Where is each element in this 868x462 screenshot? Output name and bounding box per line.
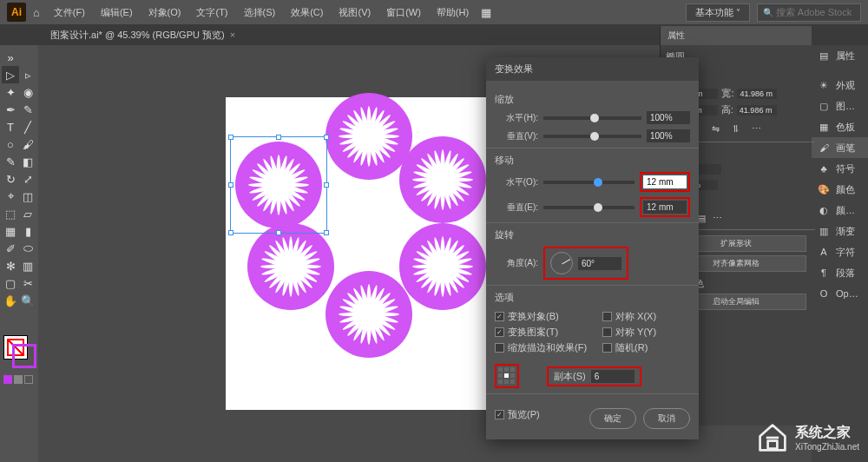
angle-input[interactable] xyxy=(578,257,621,270)
chevron-right-icon[interactable]: » xyxy=(2,49,19,66)
more-icon[interactable]: ⋯ xyxy=(752,123,761,135)
free-transform-tool[interactable]: ◫ xyxy=(19,188,36,205)
panel-item-paragraph[interactable]: ¶段落 xyxy=(812,262,868,283)
selection-bounding-box[interactable] xyxy=(230,136,327,234)
checkbox-preview[interactable]: ✓ xyxy=(495,410,504,419)
height-input[interactable] xyxy=(737,105,777,116)
ellipse-tool[interactable]: ○ xyxy=(2,135,19,153)
menu-edit[interactable]: 编辑(E) xyxy=(94,3,140,23)
color-icon: ◐ xyxy=(817,203,831,217)
opentype-icon: O xyxy=(817,287,831,300)
magic-wand-tool[interactable]: ✦ xyxy=(2,83,19,101)
lasso-tool[interactable]: ◉ xyxy=(19,83,36,101)
panel-item-character[interactable]: A字符 xyxy=(812,241,868,262)
shaper-tool[interactable]: ✎ xyxy=(2,153,19,170)
rotate-dial[interactable] xyxy=(550,252,573,274)
cancel-button[interactable]: 取消 xyxy=(643,408,690,429)
menu-view[interactable]: 视图(V) xyxy=(332,3,378,23)
type-tool[interactable]: T xyxy=(2,118,19,135)
scale-v-input[interactable] xyxy=(647,129,690,142)
slice-tool[interactable]: ✂ xyxy=(19,274,36,292)
move-v-label: 垂直(E): xyxy=(495,201,538,214)
checkbox-reflect-x[interactable] xyxy=(602,312,612,321)
search-input[interactable]: 🔍 搜索 Adobe Stock xyxy=(757,3,861,22)
tools-panel: » ▷▹ ✦◉ ✒✎ T╱ ○🖌 ✎◧ ↻⤢ ⌖◫ ⬚▱ ▦▮ ✐⬭ ✻▥ ▢✂… xyxy=(0,45,38,462)
document-tab[interactable]: 图案设计.ai* @ 45.39% (RGB/GPU 预览) × xyxy=(42,26,244,44)
checkbox-transform-object[interactable]: ✓ xyxy=(495,312,504,321)
panel-item-colorguide[interactable]: ◐颜… xyxy=(812,200,868,221)
menu-window[interactable]: 窗口(W) xyxy=(379,3,428,23)
checkbox-reflect-y[interactable] xyxy=(602,327,612,337)
hand-tool[interactable]: ✋ xyxy=(2,292,19,309)
panel-item-symbols[interactable]: ♣符号 xyxy=(812,158,868,179)
ok-button[interactable]: 确定 xyxy=(589,408,636,429)
move-h-input[interactable] xyxy=(643,175,687,188)
scale-tool[interactable]: ⤢ xyxy=(19,170,36,188)
move-v-input[interactable] xyxy=(643,201,687,214)
graph-tool[interactable]: ▥ xyxy=(19,257,36,274)
panel-item-layers[interactable]: ▢图… xyxy=(812,96,868,116)
width-input[interactable] xyxy=(737,89,777,99)
brush-tool[interactable]: 🖌 xyxy=(19,135,36,153)
panel-item-appearance[interactable]: ☀外观 xyxy=(812,75,868,96)
perspective-tool[interactable]: ▱ xyxy=(19,205,36,222)
selection-tool[interactable]: ▷ xyxy=(2,66,19,83)
flip-h-icon[interactable]: ⇋ xyxy=(712,123,720,135)
eraser-tool[interactable]: ◧ xyxy=(19,153,36,170)
panel-item-brushes[interactable]: 🖌画笔 xyxy=(812,137,868,158)
zoom-tool[interactable]: 🔍 xyxy=(19,292,36,309)
w-label: 宽: xyxy=(721,87,733,100)
menu-effect[interactable]: 效果(C) xyxy=(284,3,330,23)
scale-h-input[interactable] xyxy=(647,111,690,124)
rotate-tool[interactable]: ↻ xyxy=(2,170,19,188)
menu-select[interactable]: 选择(S) xyxy=(237,3,283,23)
mesh-tool[interactable]: ▦ xyxy=(2,222,19,240)
menu-file[interactable]: 文件(F) xyxy=(47,3,92,23)
menu-type[interactable]: 文字(T) xyxy=(189,3,234,23)
dialog-title: 变换效果 xyxy=(486,57,699,81)
width-tool[interactable]: ⌖ xyxy=(2,188,19,205)
panel-item-properties[interactable]: ▤属性 xyxy=(812,45,868,66)
menu-help[interactable]: 帮助(H) xyxy=(430,3,476,23)
more-icon[interactable]: ⋯ xyxy=(713,213,722,224)
properties-tab[interactable]: 属性 xyxy=(661,26,812,45)
flip-v-icon[interactable]: ⥮ xyxy=(732,123,740,135)
angle-label: 角度(A): xyxy=(495,257,538,269)
home-icon[interactable]: ⌂ xyxy=(33,6,40,19)
eyedropper-tool[interactable]: ✐ xyxy=(2,240,19,257)
menu-object[interactable]: 对象(O) xyxy=(141,3,188,23)
transform-origin-grid[interactable] xyxy=(498,367,516,385)
copies-input[interactable] xyxy=(591,370,635,383)
checkbox-random[interactable] xyxy=(602,343,612,353)
gradient-tool[interactable]: ▮ xyxy=(19,222,36,240)
move-h-slider[interactable] xyxy=(543,181,635,184)
blend-tool[interactable]: ⬭ xyxy=(19,240,36,257)
panel-item-swatches[interactable]: ▦色板 xyxy=(812,116,868,137)
artboard-tool[interactable]: ▢ xyxy=(2,274,19,292)
curvature-tool[interactable]: ✎ xyxy=(19,101,36,118)
close-icon[interactable]: × xyxy=(230,30,235,40)
move-v-slider[interactable] xyxy=(543,206,635,209)
scale-v-slider[interactable] xyxy=(543,135,641,138)
panel-item-opentype[interactable]: OOp… xyxy=(812,283,868,304)
pen-tool[interactable]: ✒ xyxy=(2,101,19,118)
copies-label: 副本(S) xyxy=(554,370,586,383)
checkbox-scale-stroke[interactable] xyxy=(495,343,504,353)
color-picker[interactable] xyxy=(3,335,35,384)
direct-selection-tool[interactable]: ▹ xyxy=(19,66,36,83)
move-h-label: 水平(O): xyxy=(495,176,538,188)
options-section-label: 选项 xyxy=(495,291,690,304)
symbol-tool[interactable]: ✻ xyxy=(2,257,19,274)
scale-h-slider[interactable] xyxy=(543,116,641,120)
shape-builder-tool[interactable]: ⬚ xyxy=(2,205,19,222)
arrange-icon[interactable]: ▦ xyxy=(477,3,495,21)
scale-h-label: 水平(H): xyxy=(495,112,538,124)
checkbox-transform-pattern[interactable]: ✓ xyxy=(495,327,504,337)
watermark-url: XiTongZhiJia.net xyxy=(795,442,859,452)
panel-item-color[interactable]: 🎨颜色 xyxy=(812,179,868,200)
app-menubar: Ai ⌂ 文件(F) 编辑(E) 对象(O) 文字(T) 选择(S) 效果(C)… xyxy=(0,0,868,24)
line-tool[interactable]: ╱ xyxy=(19,118,36,135)
panel-item-gradient[interactable]: ▥渐变 xyxy=(812,221,868,241)
symbol-icon: ♣ xyxy=(817,162,831,175)
workspace-switcher[interactable]: 基本功能 ˅ xyxy=(686,3,750,22)
